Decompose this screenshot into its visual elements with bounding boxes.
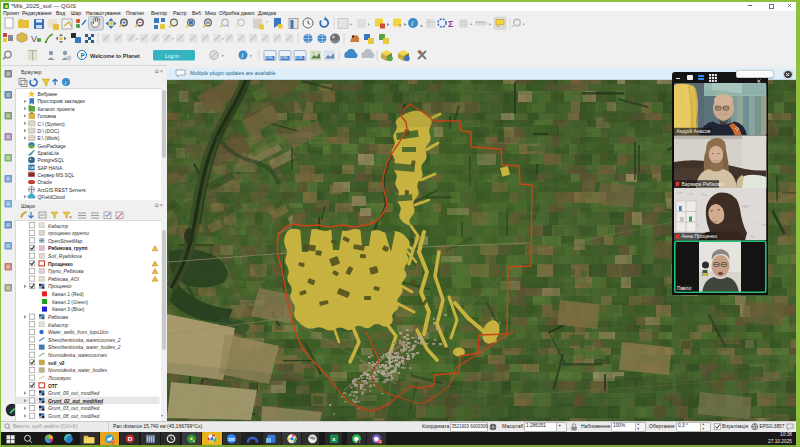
svg-text:Павло: Павло: [677, 286, 691, 291]
svg-text:Варвара Рябікова: Варвара Рябікова: [682, 181, 724, 187]
svg-text:Андрій Анасов: Андрій Анасов: [677, 128, 711, 134]
svg-text:zm: zm: [228, 436, 234, 441]
svg-text:11: 11: [379, 439, 382, 443]
svg-text:D: D: [128, 435, 133, 442]
svg-text:Анна Проценко: Анна Проценко: [682, 233, 718, 239]
